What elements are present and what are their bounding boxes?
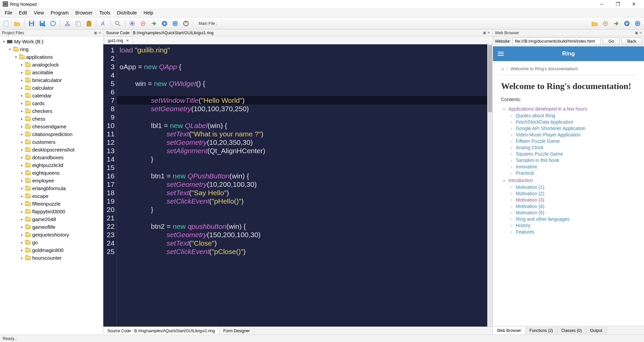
- code-line[interactable]: setText("What is your name ?"): [119, 130, 490, 138]
- expand-icon[interactable]: ▸: [19, 217, 24, 221]
- open-file-icon[interactable]: [13, 19, 21, 28]
- hamburger-icon[interactable]: [498, 52, 504, 56]
- tree-folder-citationsprediction[interactable]: ▸citationsprediction: [0, 130, 103, 138]
- expand-icon[interactable]: ▸: [19, 132, 24, 136]
- expand-icon[interactable]: ▾: [7, 47, 12, 51]
- paste-icon[interactable]: [85, 19, 93, 28]
- panel-float-icon[interactable]: ▣: [635, 31, 638, 35]
- power-icon[interactable]: [182, 19, 190, 28]
- run-arrow-icon[interactable]: [149, 19, 158, 28]
- url-input[interactable]: [512, 38, 601, 45]
- tree-folder-erlangbformula[interactable]: ▸erlangbformula: [0, 184, 103, 192]
- tree-folder-calculator[interactable]: ▸calculator: [0, 84, 103, 92]
- expand-icon[interactable]: ▾: [13, 55, 18, 59]
- tree-folder-flappybird3000[interactable]: ▸flappybird3000: [0, 208, 103, 215]
- tree-folder-chessendgame[interactable]: ▸chessendgame: [0, 123, 103, 130]
- expand-icon[interactable]: ▸: [19, 94, 24, 97]
- tree-folder-gameoflife[interactable]: ▸gameoflife: [0, 223, 103, 231]
- tree-folder-bmicalculator[interactable]: ▸bmicalculator: [0, 76, 103, 84]
- tree-folder-asciitable[interactable]: ▸asciitable: [0, 69, 103, 76]
- expand-icon[interactable]: ▸: [19, 210, 24, 213]
- code-area[interactable]: load "guilib.ring" oApp = new QApp { win…: [117, 44, 493, 327]
- tree-root[interactable]: ▾My Work (B:): [0, 38, 103, 45]
- globe-right-icon[interactable]: [633, 19, 642, 28]
- tree-folder-hourscounter[interactable]: ▸hourscounter: [0, 254, 103, 262]
- toc-link[interactable]: Motivation (5): [516, 210, 544, 215]
- tree-folder-employee[interactable]: ▸employee: [0, 177, 103, 184]
- expand-icon[interactable]: ▸: [19, 156, 24, 159]
- toc-link[interactable]: Motivation (1): [516, 184, 544, 190]
- code-line[interactable]: setGeometry(100,100,370,250): [119, 104, 490, 113]
- project-tree[interactable]: ▾My Work (B:)▾ring▾applications▸analogcl…: [0, 36, 103, 335]
- code-line[interactable]: oApp = new QApp {: [119, 62, 490, 71]
- tree-folder-customers[interactable]: ▸customers: [0, 138, 103, 146]
- menu-program[interactable]: Program: [47, 9, 72, 16]
- expand-icon[interactable]: ▸: [19, 125, 24, 128]
- save-as-icon[interactable]: [38, 19, 47, 28]
- menu-tools[interactable]: Tools: [96, 9, 114, 16]
- code-line[interactable]: [119, 54, 490, 62]
- code-line[interactable]: setClickEvent("pHello()"): [119, 197, 490, 205]
- code-editor[interactable]: 1234567891011121314151617181920212223242…: [103, 44, 493, 327]
- arrow-right-icon[interactable]: [612, 19, 621, 28]
- toc-link[interactable]: Features: [516, 229, 534, 234]
- expand-icon[interactable]: ▸: [19, 148, 24, 152]
- panel-close-icon[interactable]: ✕: [639, 31, 642, 35]
- go-button[interactable]: Go: [603, 38, 620, 45]
- toc-link[interactable]: Google API Shortener Application: [516, 126, 586, 131]
- play-right-icon[interactable]: [623, 19, 631, 28]
- expand-icon[interactable]: ▸: [19, 241, 24, 244]
- home-icon[interactable]: ⌂: [501, 66, 504, 72]
- tree-folder-eightpuzzle3d[interactable]: ▸eightpuzzle3d: [0, 161, 103, 169]
- form-designer-tab[interactable]: Form Designer: [219, 327, 254, 335]
- panel-close-icon[interactable]: ✕: [98, 31, 101, 35]
- expand-icon[interactable]: ▸: [19, 86, 24, 90]
- maximize-button[interactable]: ❐: [614, 1, 621, 7]
- toc-link[interactable]: Squares Puzzle Game: [516, 151, 563, 157]
- toc-link[interactable]: Video-Music-Player Application: [516, 132, 581, 137]
- gear-run-icon[interactable]: [139, 19, 147, 28]
- expand-icon[interactable]: ▸: [19, 171, 24, 175]
- code-line[interactable]: setAlignment(Qt_AlignHCenter): [119, 146, 490, 155]
- toc-link[interactable]: Practical: [516, 170, 534, 176]
- expand-icon[interactable]: ▸: [19, 202, 24, 206]
- menu-edit[interactable]: Edit: [16, 9, 31, 16]
- tree-folder-calendar[interactable]: ▸calendar: [0, 92, 103, 99]
- code-line[interactable]: setGeometry(150,200,100,30): [119, 230, 490, 239]
- sync-icon[interactable]: [49, 19, 57, 28]
- code-line[interactable]: setText("Say Hello"): [119, 188, 490, 197]
- code-line[interactable]: btn2 = new qpushbutton(win) {: [119, 222, 490, 230]
- code-line[interactable]: [119, 88, 490, 96]
- expand-icon[interactable]: ▸: [19, 101, 24, 105]
- font-icon[interactable]: A: [99, 19, 108, 28]
- expand-icon[interactable]: ▸: [19, 248, 24, 252]
- expand-icon[interactable]: ▸: [19, 71, 24, 74]
- toc-link[interactable]: Analog Clock: [516, 145, 544, 150]
- tree-folder-cards[interactable]: ▸cards: [0, 99, 103, 107]
- expand-icon[interactable]: ▸: [19, 63, 24, 67]
- toc-link[interactable]: Ring and other languages: [516, 216, 569, 222]
- save-icon[interactable]: [27, 19, 36, 28]
- code-line[interactable]: [119, 71, 490, 79]
- expand-icon[interactable]: ▸: [19, 186, 24, 190]
- right-tab-web-browser[interactable]: Web Browser: [493, 327, 526, 334]
- right-tab-output[interactable]: Output: [586, 327, 607, 334]
- toc-link[interactable]: Quotes about Ring: [516, 113, 555, 118]
- expand-icon[interactable]: ▸: [19, 140, 24, 144]
- tree-folder-dotsandboxes[interactable]: ▸dotsandboxes: [0, 154, 103, 161]
- tree-folder-escape[interactable]: ▸escape: [0, 192, 103, 200]
- tree-ring[interactable]: ▾ring: [0, 45, 103, 53]
- globe-play-icon[interactable]: [171, 19, 180, 28]
- menu-distribute[interactable]: Distribute: [114, 9, 140, 16]
- minimize-button[interactable]: ─: [598, 1, 605, 7]
- code-line[interactable]: [119, 163, 490, 172]
- menu-help[interactable]: Help: [140, 9, 157, 16]
- gear-icon[interactable]: [601, 19, 610, 28]
- expand-icon[interactable]: ▸: [19, 78, 24, 82]
- expand-icon[interactable]: ▸: [19, 109, 24, 113]
- toc-link[interactable]: Motivation (3): [516, 197, 544, 203]
- expand-icon[interactable]: ▸: [19, 179, 24, 182]
- search-icon[interactable]: [113, 19, 122, 28]
- right-tab-classes-0-[interactable]: Classes (0): [557, 327, 586, 334]
- tree-folder-checkers[interactable]: ▸checkers: [0, 107, 103, 115]
